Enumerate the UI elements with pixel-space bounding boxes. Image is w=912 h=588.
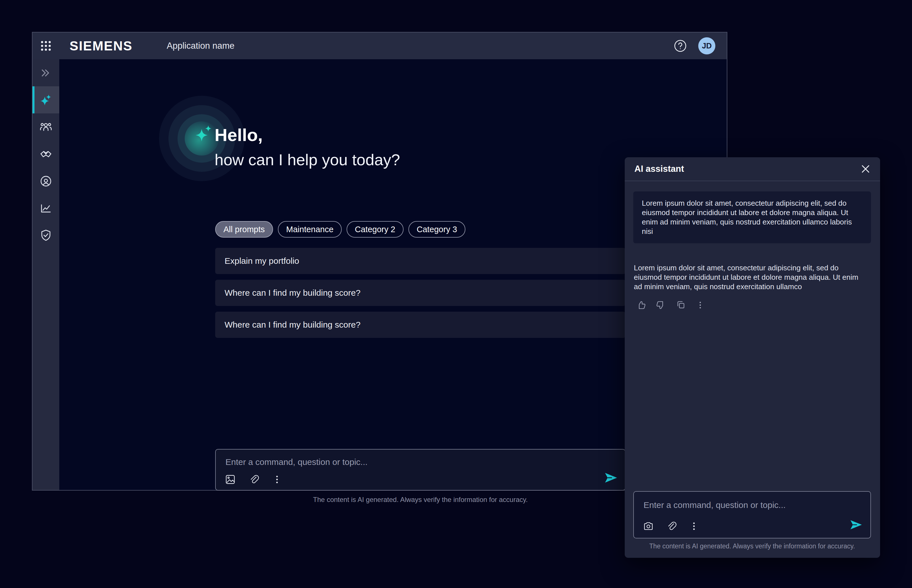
panel-composer (633, 491, 871, 538)
close-panel-button[interactable] (861, 164, 870, 174)
ai-assistant-panel: AI assistant Lorem ipsum dolor sit amet,… (625, 157, 880, 558)
sparkle-icon (195, 125, 213, 146)
thumbs-down-icon (655, 300, 666, 310)
app-header: SIEMENS Application name JD (32, 32, 727, 59)
hero-sparkle-wrap (195, 125, 213, 146)
double-chevron-right-icon (40, 67, 52, 79)
paperclip-icon (248, 474, 259, 485)
user-circle-icon (40, 175, 52, 187)
attach-image-button[interactable] (225, 474, 236, 485)
chip-all-prompts[interactable]: All prompts (215, 221, 273, 237)
send-icon (850, 520, 862, 530)
command-input[interactable] (225, 455, 597, 470)
composer-tools (225, 474, 283, 485)
panel-more-options-button[interactable] (689, 521, 699, 531)
kebab-menu-icon (272, 474, 283, 485)
kebab-menu-icon (689, 521, 699, 531)
kebab-menu-icon (695, 300, 705, 310)
ai-disclaimer: The content is AI generated. Always veri… (215, 496, 626, 504)
copy-button[interactable] (676, 300, 686, 310)
prompt-card-list: Explain my portfolio Where can I find my… (215, 248, 626, 338)
thumbs-down-button[interactable] (655, 300, 666, 310)
send-button[interactable] (605, 472, 618, 483)
chip-maintenance[interactable]: Maintenance (278, 221, 342, 237)
panel-header: AI assistant (625, 157, 880, 181)
chip-category-2[interactable]: Category 2 (346, 221, 404, 237)
thumbs-up-icon (635, 300, 646, 310)
ai-sparkle-icon (40, 94, 52, 106)
help-icon (674, 39, 687, 52)
camera-button[interactable] (643, 521, 654, 531)
panel-attach-file-button[interactable] (666, 521, 677, 531)
thumbs-up-button[interactable] (635, 300, 646, 310)
send-icon (605, 472, 618, 483)
panel-send-button[interactable] (850, 520, 862, 530)
panel-composer-tools (643, 521, 699, 531)
assistant-message: Lorem ipsum dolor sit amet, consectetur … (634, 263, 861, 291)
image-icon (225, 474, 236, 485)
sidebar-item-analytics[interactable] (32, 195, 59, 221)
chip-category-3[interactable]: Category 3 (408, 221, 466, 237)
help-button[interactable] (674, 39, 687, 52)
hero-question: how can I help you today? (215, 150, 400, 169)
more-options-button[interactable] (272, 474, 283, 485)
sidebar-item-people[interactable] (32, 113, 59, 141)
prompt-card[interactable]: Where can I find my building score? (215, 280, 626, 306)
header-actions: JD (674, 37, 727, 55)
apps-grid-icon (40, 40, 52, 52)
user-message: Lorem ipsum dolor sit amet, consectetur … (633, 191, 871, 243)
prompt-card[interactable]: Where can I find my building score? (215, 312, 626, 338)
shield-check-icon (40, 229, 52, 242)
sidebar (32, 59, 59, 490)
line-chart-icon (40, 202, 52, 215)
filter-chips: All prompts Maintenance Category 2 Categ… (215, 221, 466, 237)
prompt-card[interactable]: Explain my portfolio (215, 248, 626, 274)
copy-icon (676, 300, 686, 310)
sidebar-expand-button[interactable] (32, 59, 59, 86)
message-actions (635, 300, 705, 310)
sidebar-item-ai-assistant[interactable] (32, 86, 59, 113)
panel-ai-disclaimer: The content is AI generated. Always veri… (633, 543, 871, 550)
brand-logo: SIEMENS (70, 38, 133, 53)
attach-file-button[interactable] (248, 474, 259, 485)
panel-command-input[interactable] (643, 498, 855, 512)
app-window: SIEMENS Application name JD (32, 32, 727, 491)
app-launcher-button[interactable] (32, 32, 59, 59)
close-icon (861, 164, 870, 174)
app-title: Application name (167, 41, 234, 51)
panel-title: AI assistant (634, 164, 684, 174)
handshake-icon (40, 148, 52, 160)
people-group-icon (40, 121, 52, 133)
sidebar-item-partners[interactable] (32, 141, 59, 168)
sidebar-item-support[interactable] (32, 168, 59, 195)
main-composer (215, 449, 626, 491)
hero-greeting: Hello, (215, 125, 263, 145)
camera-icon (643, 521, 654, 531)
avatar[interactable]: JD (698, 37, 715, 55)
message-more-button[interactable] (695, 300, 705, 310)
paperclip-icon (666, 521, 677, 531)
sidebar-item-security[interactable] (32, 221, 59, 249)
